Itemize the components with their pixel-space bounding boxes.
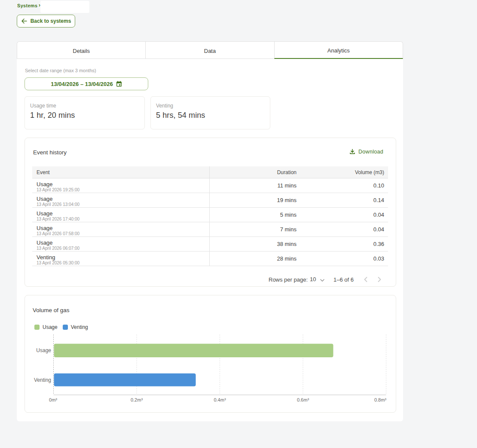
svg-text:0m³: 0m³	[49, 397, 57, 402]
svg-text:Venting: Venting	[34, 377, 51, 383]
svg-text:0.6m³: 0.6m³	[297, 397, 309, 402]
svg-text:0.8m³: 0.8m³	[374, 397, 386, 402]
svg-text:0.4m³: 0.4m³	[214, 397, 226, 402]
svg-text:Usage: Usage	[36, 347, 51, 353]
svg-text:0.2m³: 0.2m³	[131, 397, 143, 402]
